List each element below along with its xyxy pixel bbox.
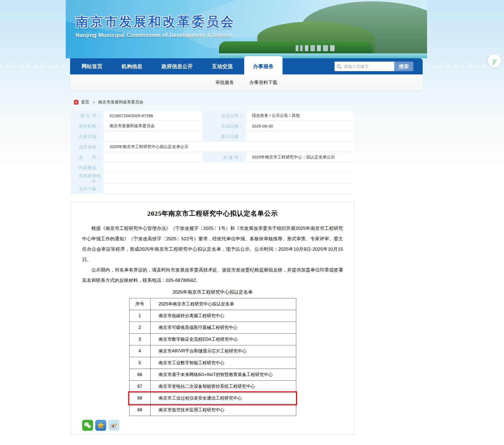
row-name: 南京市工业过程仪表安全通信工程研究中心: [150, 392, 296, 404]
col-header-no: 序号: [129, 298, 150, 310]
search-box: [335, 62, 394, 71]
site-subtitle: Nanjing Municipal Commission of Developm…: [76, 32, 235, 38]
banner-landscape-image: [219, 17, 427, 58]
table-row-8: 69 南京市低空技术应用工程研究中心: [129, 404, 296, 416]
search-button[interactable]: 搜索: [394, 62, 413, 71]
row-no: 67: [129, 381, 150, 392]
row-name: 南京市低碳烃分离膜工程研究中心: [150, 310, 296, 322]
metadata-table: 索 引 号： 012947154/2025-67296 信息分类： 综合政务 /…: [70, 110, 355, 195]
breadcrumb: 首页 > 南京市发展和改革委员会: [74, 100, 427, 105]
meta-value: 2025-09-30: [246, 121, 354, 131]
table-row-1: 2 南京市可吸收高值医疗器械工程研究中心: [129, 322, 296, 334]
meta-label: 索 引 号：: [71, 111, 103, 121]
meta-value: [104, 152, 202, 162]
meta-label: 文 号：: [71, 152, 103, 162]
row-no: 68: [129, 392, 150, 404]
table-header-row: 序号 2025年南京市工程研究中心拟认定名单: [129, 298, 296, 310]
qzone-star-icon: [96, 421, 105, 430]
meta-value: [104, 132, 202, 141]
wechat-icon: [83, 421, 92, 429]
share-bar: [82, 420, 343, 431]
subnav-item-materials-download[interactable]: 办事资料下载: [249, 79, 277, 86]
search-area: 搜索: [335, 58, 413, 74]
meta-label: 在线链接地址：: [71, 173, 103, 184]
weibo-eye-icon: [110, 421, 118, 430]
meta-label: 信息名称：: [71, 142, 103, 152]
meta-label: 生成日期：: [203, 121, 246, 131]
metadata-row: 生效日期： 废止日期：: [71, 132, 354, 141]
row-no: 66: [129, 369, 150, 381]
weibo-share-icon[interactable]: [108, 420, 119, 431]
wechat-share-icon[interactable]: [82, 420, 93, 431]
article-paragraph-1: 根据《南京市工程研究中心管理办法》（宁发改规字〔2025〕1号）和《市发展改革委…: [82, 223, 343, 265]
article-title: 2025年南京市工程研究中心拟认定名单公示: [82, 209, 343, 218]
metadata-row: 发布机构： 南京市发展和改革委员会 生成日期： 2025-09-30: [71, 121, 354, 131]
nav-item-gov-info[interactable]: 政府信息公开: [154, 58, 200, 74]
meta-label: 废止日期：: [203, 132, 246, 141]
row-no: 2: [129, 322, 150, 334]
nav-item-org-info[interactable]: 机构信息: [114, 58, 150, 74]
breadcrumb-current[interactable]: 南京市发展和改革委员会: [98, 100, 143, 105]
metadata-row: 在线链接地址：: [71, 173, 354, 184]
site-title: 南京市发展和改革委员会: [76, 13, 235, 30]
row-no: 1: [129, 310, 150, 322]
table-row-0: 1 南京市低碳烃分离膜工程研究中心: [129, 310, 296, 322]
meta-label: 发布机构：: [71, 121, 103, 131]
site-banner: 南京市发展和改革委员会 Nanjing Municipal Commission…: [66, 0, 427, 58]
meta-label: 内容概览：: [71, 163, 103, 173]
row-name: 南京市低空技术应用工程研究中心: [150, 404, 296, 416]
float-widget-y-icon: y: [492, 57, 496, 65]
meta-label: 信息分类：: [203, 111, 246, 121]
table-row-5: 66 南京市基于未来网络6G+AIoT的智慧教育装备工程研究中心: [129, 369, 296, 381]
metadata-row: 文 号： 关 键 词： 2025年南京市工程研究中心；拟认定名单公示: [71, 152, 354, 162]
meta-value: [104, 184, 354, 194]
metadata-row: 索 引 号： 012947154/2025-67296 信息分类： 综合政务 /…: [71, 111, 354, 121]
meta-value: 综合政务 / 公示公告 / 其他: [246, 111, 354, 121]
table-row-4: 5 南京市工业数字智能工程研究中心: [129, 357, 296, 369]
nav-item-interaction[interactable]: 互动交流: [204, 58, 240, 74]
meta-label: 文件下载：: [71, 184, 103, 194]
article-paragraph-2: 公示期内，对名单有异议的，请及时向市发展改革委高技术处、派驻市发改委纪检监察组反…: [82, 265, 343, 286]
table-row-3: 4 南京市AR/VR平台和微显示芯片工程研究中心: [129, 345, 296, 357]
row-no: 4: [129, 345, 150, 357]
meta-value: [104, 173, 354, 184]
breadcrumb-home[interactable]: 首页: [81, 100, 89, 105]
meta-value: [246, 132, 354, 141]
subnav-item-approval-services[interactable]: 审批服务: [215, 79, 234, 86]
meta-value: 南京市发展和改革委员会: [104, 121, 202, 131]
nav-item-services-active[interactable]: 办事服务: [244, 56, 283, 74]
row-name: 南京市数字验证全流程EDA工程研究中心: [150, 334, 296, 345]
metadata-row: 信息名称： 2025年南京市工程研究中心拟认定名单公示: [71, 142, 354, 152]
breadcrumb-separator: >: [93, 100, 95, 105]
float-widget-button[interactable]: y: [488, 54, 501, 67]
search-input[interactable]: [344, 64, 390, 69]
row-no: 5: [129, 357, 150, 369]
decorative-flag-strip: [0, 63, 66, 67]
metadata-row: 文件下载：: [71, 184, 354, 194]
table-row-6: 67 南京市变电站二次设备智能管控系统工程研究中心: [129, 381, 296, 392]
row-no: 3: [129, 334, 150, 345]
meta-label: 关 键 词：: [203, 152, 246, 162]
home-icon: [74, 100, 79, 105]
meta-value: 2025年南京市工程研究中心拟认定名单公示: [104, 142, 354, 152]
row-name: 南京市工业数字智能工程研究中心: [150, 357, 296, 369]
row-name: 南京市AR/VR平台和微显示芯片工程研究中心: [150, 345, 296, 357]
nav-item-home[interactable]: 网站首页: [74, 58, 110, 74]
row-name: 南京市变电站二次设备智能管控系统工程研究中心: [150, 381, 296, 392]
main-nav: 网站首页 机构信息 政府信息公开 互动交流 办事服务 搜索: [70, 58, 423, 74]
row-name: 南京市基于未来网络6G+AIoT的智慧教育装备工程研究中心: [150, 369, 296, 381]
table-row-2: 3 南京市数字验证全流程EDA工程研究中心: [129, 334, 296, 345]
meta-value: 012947154/2025-67296: [104, 111, 202, 121]
site-logo: 南京市发展和改革委员会 Nanjing Municipal Commission…: [76, 13, 235, 38]
table-row-7: 68 南京市工业过程仪表安全通信工程研究中心: [129, 392, 296, 404]
qzone-share-icon[interactable]: [95, 420, 106, 431]
page-column: 南京市发展和改革委员会 Nanjing Municipal Commission…: [66, 0, 427, 445]
meta-value: [104, 163, 354, 173]
article: 2025年南京市工程研究中心拟认定名单公示 根据《南京市工程研究中心管理办法》（…: [71, 202, 355, 435]
meta-value: 2025年南京市工程研究中心；拟认定名单公示: [246, 152, 354, 162]
list-table: 序号 2025年南京市工程研究中心拟认定名单 1 南京市低碳烃分离膜工程研究中心…: [129, 298, 296, 416]
sub-nav: 审批服务 办事资料下载: [70, 74, 423, 90]
list-table-caption: 2025年南京市工程研究中心拟认定名单: [82, 289, 343, 295]
row-no: 69: [129, 404, 150, 416]
meta-label: 生效日期：: [71, 132, 103, 141]
